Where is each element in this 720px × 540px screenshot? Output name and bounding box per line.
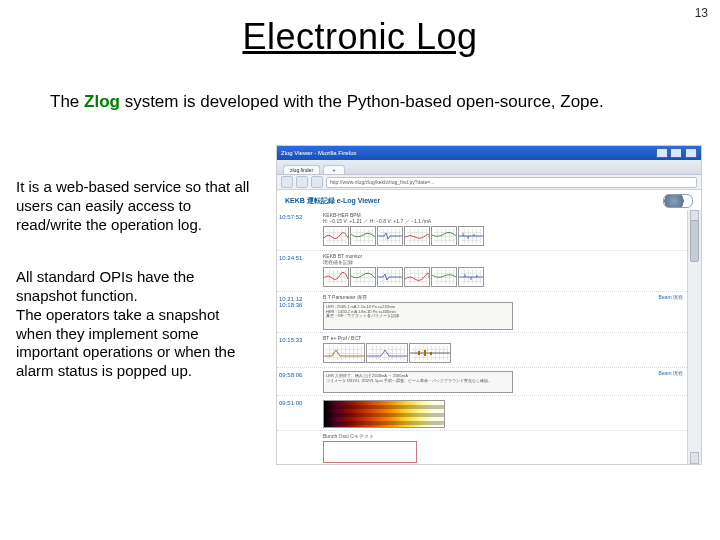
back-icon: [281, 176, 293, 188]
timestamp: 10:57:52: [279, 212, 319, 248]
svg-rect-1: [424, 350, 426, 356]
paragraph-2: All standard OPIs have the snapshot func…: [16, 268, 256, 381]
log-entry: 10:21:12 10:18:36 B.T Parameter 保存 LER :…: [277, 292, 687, 333]
entry-meta: KEKB-HER BPM H: −0.15 V: +1.21 ／ H: −0.8…: [323, 212, 685, 224]
ts-line: 10:18:36: [279, 302, 302, 308]
intro-suffix: system is developed with the Python-base…: [120, 92, 604, 111]
intro-sentence: The Zlog system is developed with the Py…: [50, 92, 670, 112]
entry-meta: BT e+ Prof / BCT: [323, 335, 685, 341]
entry-meta: Bunch Osci C-s テスト: [323, 433, 685, 439]
timestamp: 09:51:00: [279, 398, 319, 428]
placeholder-box: [323, 441, 417, 463]
mini-plot: [404, 226, 430, 246]
mini-plot: [350, 226, 376, 246]
browser-tab: zlog.finder: [283, 165, 320, 174]
mini-plot: [323, 343, 365, 363]
svg-rect-0: [418, 351, 420, 355]
entry-meta: B.T Parameter 保存: [323, 294, 685, 300]
mini-plot: [404, 267, 430, 287]
scroll-down-icon: [690, 452, 699, 464]
mini-plot: [350, 267, 376, 287]
mini-plot: [323, 267, 349, 287]
address-bar: http://www-zlog/zlog/kekb/zlog_find.py?d…: [326, 177, 697, 188]
minimize-icon: [656, 148, 668, 158]
mini-plot: [323, 226, 349, 246]
mini-plot: [431, 226, 457, 246]
entry-meta: KEKB BT monitor 現在値を記録: [323, 253, 685, 265]
kek-logo-icon: [663, 194, 693, 208]
timestamp: 10:24:51: [279, 253, 319, 289]
reload-icon: [311, 176, 323, 188]
close-icon: [685, 148, 697, 158]
intro-prefix: The: [50, 92, 84, 111]
browser-toolbar: http://www-zlog/zlog/kekb/zlog_find.py?d…: [277, 175, 701, 190]
snapshot-panel: LER : 2585.1 mA 2.1e-10 Pa τ=210min HER …: [323, 302, 513, 330]
app-title: KEKB 運転記録 e-Log Viewer: [285, 196, 380, 206]
log-entry: 10:24:51 KEKB BT monitor 現在値を記録: [277, 251, 687, 292]
timestamp: 10:21:12 10:18:36: [279, 294, 319, 330]
mini-plot: [458, 267, 484, 287]
scrollbar: [687, 210, 701, 464]
mini-plot: [366, 343, 408, 363]
meta-line: 現在値を記録: [323, 259, 353, 265]
zlog-keyword: Zlog: [84, 92, 120, 111]
slide-title: Electronic Log: [0, 16, 720, 58]
meta-line: H: −0.15 V: +1.21 ／ H: −0.8 V: +1.7 ／ −1…: [323, 218, 431, 224]
maximize-icon: [670, 148, 682, 158]
window-title: Zlog Viewer - Mozilla Firefox: [281, 150, 357, 156]
window-controls: [655, 148, 697, 159]
plot-row: [323, 267, 685, 287]
plot-row: [323, 343, 685, 363]
plot-row: [323, 226, 685, 246]
snapshot-panel: LER 入射終了。積み上げ 2500mA → 2585mA コリメータ D01V…: [323, 371, 513, 393]
body-text-column: It is a web-based service so that all us…: [16, 178, 256, 415]
timestamp: [279, 433, 319, 463]
log-entry: Bunch Osci C-s テスト: [277, 431, 687, 464]
mini-plot: [431, 267, 457, 287]
log-entry: 10:15:33 BT e+ Prof / BCT: [277, 333, 687, 368]
paragraph-1: It is a web-based service so that all us…: [16, 178, 256, 234]
timestamp: 10:15:33: [279, 335, 319, 365]
new-tab-button: +: [323, 165, 345, 174]
mini-plot: [458, 226, 484, 246]
log-entry: 09:58:06 LER 入射終了。積み上げ 2500mA → 2585mA コ…: [277, 368, 687, 396]
mini-plot: [409, 343, 451, 363]
mini-plot: [377, 226, 403, 246]
timestamp: 09:58:06: [279, 370, 319, 393]
svg-rect-2: [430, 352, 432, 355]
browser-screenshot: Zlog Viewer - Mozilla Firefox zlog.finde…: [276, 145, 702, 465]
status-badge: Beam 現在: [659, 294, 683, 300]
log-entries-area: 10:57:52 KEKB-HER BPM H: −0.15 V: +1.21 …: [277, 210, 687, 464]
browser-tabstrip: zlog.finder +: [277, 160, 701, 175]
scroll-thumb: [690, 220, 699, 262]
mini-plot: [377, 267, 403, 287]
log-entry: 09:51:00: [277, 396, 687, 431]
log-entry: 10:57:52 KEKB-HER BPM H: −0.15 V: +1.21 …: [277, 210, 687, 251]
spectrum-heatmap: [323, 400, 445, 428]
status-badge: Beam 現在: [659, 370, 683, 376]
window-titlebar: Zlog Viewer - Mozilla Firefox: [277, 146, 701, 160]
forward-icon: [296, 176, 308, 188]
